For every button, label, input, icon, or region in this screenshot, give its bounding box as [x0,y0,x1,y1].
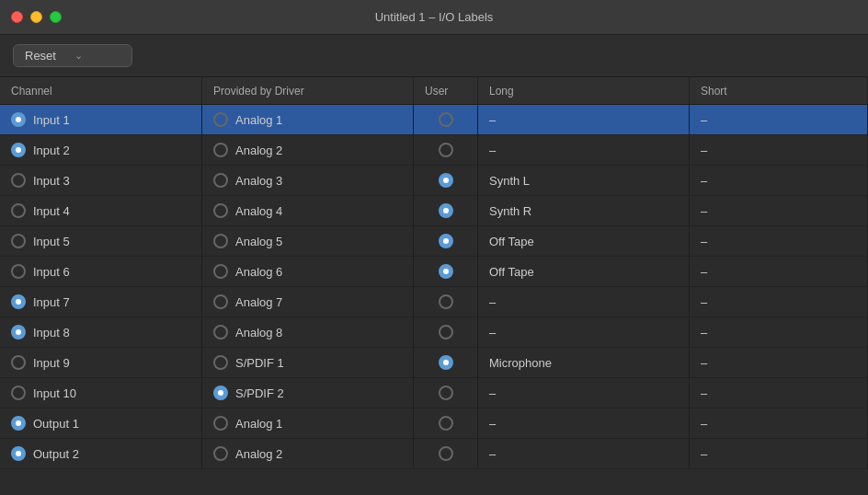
table-row[interactable]: Input 7Analog 7–– [0,287,868,317]
driver-cell: Analog 7 [202,287,414,317]
user-radio[interactable] [439,446,453,461]
channel-radio[interactable] [11,264,26,279]
user-radio[interactable] [439,112,453,127]
long-label: – [489,295,496,309]
channel-label: Input 4 [33,204,70,218]
traffic-lights [11,11,62,23]
user-cell [414,378,478,408]
table-row[interactable]: Input 4Analog 4Synth R– [0,196,868,226]
driver-radio[interactable] [213,264,228,279]
driver-radio[interactable] [213,386,228,400]
table-row[interactable]: Output 1Analog 1–– [0,409,868,439]
table-row[interactable]: Input 1Analog 1–– [0,105,868,135]
long-cell: – [478,409,690,438]
short-cell: – [690,226,868,256]
driver-label: Analog 2 [235,144,282,157]
user-radio[interactable] [439,355,453,370]
driver-cell: Analog 3 [202,166,414,195]
driver-radio[interactable] [213,173,228,188]
table-row[interactable]: Input 2Analog 2–– [0,135,868,166]
channel-radio[interactable] [11,112,26,127]
driver-label: Analog 4 [235,204,282,218]
channel-radio[interactable] [11,173,26,188]
user-radio[interactable] [439,173,453,188]
long-label: Synth R [489,204,531,218]
driver-label: Analog 6 [235,265,282,279]
channel-radio[interactable] [11,386,26,400]
driver-cell: Analog 8 [202,317,414,347]
short-cell: – [690,287,868,317]
user-radio[interactable] [439,325,453,340]
maximize-button[interactable] [50,11,62,23]
driver-radio[interactable] [213,294,228,309]
long-cell: Off Tape [478,226,690,256]
user-radio[interactable] [439,234,453,248]
long-label: – [489,326,496,340]
driver-radio[interactable] [213,143,228,157]
short-label: – [701,235,707,248]
long-cell: Microphone [478,348,690,377]
channel-radio[interactable] [11,294,26,309]
long-cell: – [478,105,690,134]
short-cell: – [690,378,868,408]
chevron-down-icon: ⌄ [74,50,83,62]
close-button[interactable] [11,11,23,23]
channel-label: Input 8 [33,326,70,340]
table-body: Input 1Analog 1––Input 2Analog 2––Input … [0,105,868,495]
user-cell [414,287,478,317]
short-cell: – [690,166,868,195]
table-row[interactable]: Input 10S/PDIF 2–– [0,378,868,409]
user-cell [414,135,478,165]
long-cell: Synth L [478,166,690,195]
channel-cell: Input 5 [0,226,202,256]
channel-radio[interactable] [11,416,26,431]
table-row[interactable]: Input 9S/PDIF 1Microphone– [0,348,868,378]
long-cell: – [478,287,690,317]
driver-radio[interactable] [213,446,228,461]
table-row[interactable]: Input 3Analog 3Synth L– [0,166,868,196]
driver-label: Analog 5 [235,235,282,248]
driver-label: Analog 3 [235,174,282,188]
channel-label: Output 2 [33,447,79,461]
short-label: – [701,326,707,340]
driver-radio[interactable] [213,203,228,218]
user-radio[interactable] [439,294,453,309]
driver-cell: Analog 2 [202,439,414,468]
driver-label: Analog 1 [235,417,282,431]
channel-radio[interactable] [11,143,26,157]
user-radio[interactable] [439,264,453,279]
short-cell: – [690,135,868,165]
short-label: – [701,113,707,127]
driver-label: Analog 8 [235,326,282,340]
driver-radio[interactable] [213,325,228,340]
user-radio[interactable] [439,386,453,400]
user-radio[interactable] [439,203,453,218]
channel-cell: Input 10 [0,378,202,408]
reset-dropdown[interactable]: Reset ⌄ [13,44,132,67]
table-row[interactable]: Input 5Analog 5Off Tape– [0,226,868,257]
channel-radio[interactable] [11,355,26,370]
channel-cell: Input 7 [0,287,202,317]
driver-radio[interactable] [213,355,228,370]
channel-cell: Output 1 [0,409,202,438]
channel-radio[interactable] [11,325,26,340]
table-row[interactable]: Input 6Analog 6Off Tape– [0,257,868,287]
table-row[interactable]: Input 8Analog 8–– [0,317,868,348]
table-header: Channel Provided by Driver User Long Sho… [0,77,868,105]
channel-radio[interactable] [11,203,26,218]
channel-cell: Input 2 [0,135,202,165]
short-label: – [701,295,707,309]
channel-radio[interactable] [11,446,26,461]
table-row[interactable]: Output 2Analog 2–– [0,439,868,469]
driver-radio[interactable] [213,112,228,127]
user-radio[interactable] [439,143,453,157]
driver-radio[interactable] [213,416,228,431]
channel-label: Input 9 [33,356,70,370]
driver-radio[interactable] [213,234,228,248]
driver-label: Analog 2 [235,447,282,461]
minimize-button[interactable] [30,11,42,23]
user-radio[interactable] [439,416,453,431]
reset-label: Reset [25,49,56,63]
channel-cell: Input 1 [0,105,202,134]
channel-radio[interactable] [11,234,26,248]
